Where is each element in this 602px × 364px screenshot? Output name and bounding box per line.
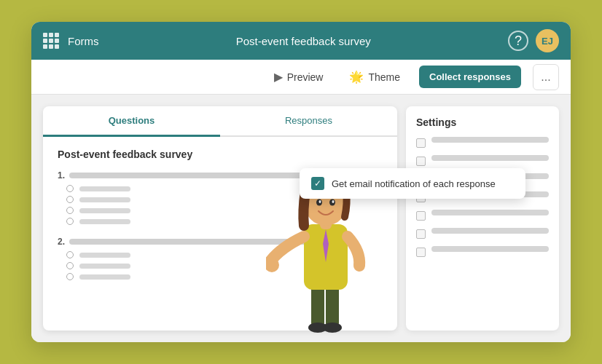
- settings-checkbox[interactable]: [416, 229, 426, 239]
- settings-item-label: [431, 228, 549, 234]
- settings-checkbox[interactable]: [416, 211, 426, 221]
- radio-option[interactable]: [66, 196, 74, 203]
- settings-item: [416, 210, 549, 221]
- avatar[interactable]: EJ: [536, 29, 559, 52]
- tooltip-text: Get email notification of each response: [332, 178, 496, 189]
- header: Forms Post-event feedback survey ? EJ: [31, 22, 571, 60]
- radio-option[interactable]: [66, 262, 74, 269]
- app-name-label: Forms: [68, 35, 99, 47]
- body-area: Questions Responses Post-event feedback …: [31, 95, 571, 342]
- preview-icon: ▶: [274, 70, 283, 84]
- option-label-line: [79, 219, 130, 224]
- radio-option[interactable]: [66, 251, 74, 258]
- theme-icon: 🌟: [349, 70, 364, 84]
- settings-item: [416, 228, 549, 239]
- theme-button[interactable]: 🌟 Theme: [342, 66, 407, 88]
- tab-questions[interactable]: Questions: [43, 106, 220, 137]
- toolbar: ▶ Preview 🌟 Theme Collect responses ...: [31, 60, 571, 95]
- header-actions: ? EJ: [508, 29, 559, 52]
- svg-point-3: [323, 323, 342, 333]
- app-window: Forms Post-event feedback survey ? EJ ▶ …: [31, 22, 571, 342]
- option-label-line: [79, 253, 130, 258]
- page-title: Post-event feedback survey: [108, 35, 500, 47]
- tab-responses[interactable]: Responses: [220, 106, 397, 135]
- radio-option[interactable]: [66, 207, 74, 214]
- preview-button[interactable]: ▶ Preview: [267, 66, 331, 88]
- settings-panel: Settings: [406, 106, 559, 331]
- svg-point-11: [319, 200, 321, 203]
- settings-item-label: [431, 137, 549, 143]
- help-icon[interactable]: ?: [508, 31, 528, 51]
- radio-option[interactable]: [66, 185, 74, 192]
- settings-checkbox[interactable]: [416, 248, 426, 257]
- option-label-line: [79, 274, 130, 280]
- settings-item: [416, 155, 549, 166]
- more-options-button[interactable]: ...: [533, 64, 559, 90]
- option-label-line: [79, 264, 130, 269]
- settings-title: Settings: [416, 116, 549, 128]
- option-label-line: [79, 186, 130, 191]
- radio-option[interactable]: [66, 273, 74, 280]
- settings-item-label: [431, 210, 549, 215]
- form-tabs: Questions Responses: [43, 106, 397, 137]
- settings-item: [416, 137, 549, 148]
- settings-checkbox[interactable]: [416, 138, 426, 148]
- settings-checkbox[interactable]: [416, 157, 426, 166]
- radio-option[interactable]: [66, 218, 74, 225]
- svg-point-12: [332, 200, 335, 203]
- option-label-line: [79, 208, 130, 213]
- svg-rect-0: [311, 284, 324, 328]
- tooltip-check-icon: ✓: [311, 177, 324, 190]
- email-notification-tooltip: ✓ Get email notification of each respons…: [300, 168, 525, 199]
- checkmark-icon: ✓: [314, 178, 321, 189]
- svg-rect-1: [326, 284, 339, 328]
- settings-item: [416, 246, 549, 257]
- collect-responses-button[interactable]: Collect responses: [419, 66, 521, 88]
- email-notification-row: ✓ Get email notification of each respons…: [416, 210, 549, 221]
- option-label-line: [79, 197, 130, 202]
- grid-icon[interactable]: [43, 33, 59, 49]
- settings-item-label: [431, 246, 549, 252]
- settings-item-label: [431, 155, 549, 161]
